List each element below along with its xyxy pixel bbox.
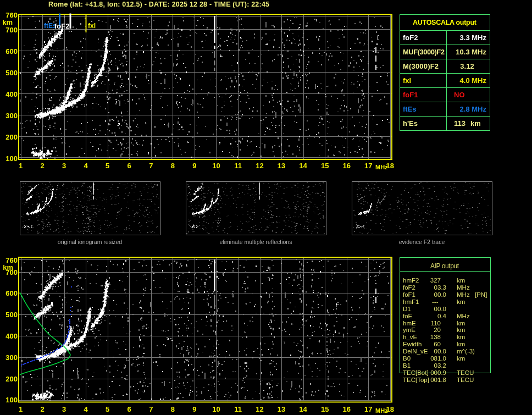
svg-text:km: km [2, 18, 13, 26]
svg-text:foF1: foF1 [403, 91, 418, 99]
svg-text:MUF(3000)F2: MUF(3000)F2 [403, 48, 445, 56]
svg-text:500: 500 [5, 69, 18, 77]
svg-text:foE: foE [403, 313, 413, 319]
svg-text:1: 1 [19, 405, 23, 413]
svg-text:100: 100 [5, 396, 18, 404]
svg-text:700: 700 [5, 26, 18, 34]
svg-text:m^(-3): m^(-3) [457, 348, 475, 355]
svg-text:200: 200 [5, 133, 18, 141]
svg-text:200: 200 [5, 375, 18, 383]
svg-text:TECU: TECU [457, 377, 474, 383]
svg-text:001.8: 001.8 [430, 377, 446, 383]
svg-text:9: 9 [192, 405, 196, 413]
svg-text:2.8 MHz: 2.8 MHz [460, 105, 487, 113]
svg-text:D1: D1 [403, 306, 411, 312]
svg-text:MHz: MHz [375, 407, 388, 414]
svg-text:9: 9 [192, 162, 196, 170]
svg-text:km: km [457, 327, 465, 333]
svg-text:MHz: MHz [457, 291, 470, 298]
svg-text:8: 8 [171, 405, 175, 413]
svg-text:113: 113 [454, 119, 465, 128]
svg-text:km: km [457, 334, 465, 340]
svg-text:4: 4 [84, 162, 88, 170]
svg-text:7: 7 [149, 162, 153, 170]
svg-text:138: 138 [430, 334, 441, 340]
svg-text:Ewidth: Ewidth [403, 341, 422, 347]
svg-text:14: 14 [299, 405, 307, 413]
svg-text:12: 12 [256, 405, 263, 413]
svg-text:km: km [457, 298, 465, 305]
svg-text:6: 6 [128, 405, 131, 413]
svg-text:2: 2 [40, 162, 44, 170]
svg-text:h_vE: h_vE [403, 334, 418, 340]
svg-text:---: --- [432, 298, 439, 305]
svg-text:foF1: foF1 [403, 291, 415, 298]
svg-text:km: km [457, 320, 465, 327]
svg-text:5: 5 [106, 405, 109, 413]
svg-text:0.4: 0.4 [437, 313, 447, 319]
svg-text:15: 15 [321, 405, 329, 413]
svg-text:Rome (lat: +41.8, lon: 012.5): Rome (lat: +41.8, lon: 012.5) - DATE: 20… [48, 1, 269, 8]
svg-text:4.0 MHz: 4.0 MHz [460, 76, 487, 85]
svg-text:10.3 MHz: 10.3 MHz [456, 48, 486, 56]
svg-text:400: 400 [5, 332, 18, 340]
svg-text:12: 12 [256, 162, 263, 170]
svg-text:700: 700 [5, 268, 18, 276]
svg-text:[PN]: [PN] [475, 291, 487, 298]
svg-text:3.3 MHz: 3.3 MHz [460, 34, 487, 42]
svg-text:60: 60 [434, 341, 441, 347]
svg-text:fxl: fxl [403, 76, 411, 85]
svg-text:hmF1: hmF1 [403, 298, 419, 305]
svg-text:3: 3 [62, 405, 66, 413]
svg-text:03.3: 03.3 [434, 284, 446, 291]
svg-text:1: 1 [19, 162, 23, 170]
svg-text:hmE: hmE [403, 320, 416, 327]
svg-text:15: 15 [321, 162, 329, 170]
svg-text:h'Es: h'Es [403, 119, 418, 128]
svg-text:MHz: MHz [375, 164, 388, 170]
svg-text:km: km [457, 341, 465, 347]
svg-text:eliminate multiple reflections: eliminate multiple reflections [220, 239, 292, 245]
svg-text:DelN_vE: DelN_vE [403, 348, 428, 355]
svg-text:original ionogram resized: original ionogram resized [58, 239, 122, 245]
svg-text:NO: NO [454, 91, 465, 99]
svg-text:20: 20 [434, 327, 441, 333]
svg-text:5: 5 [106, 162, 109, 170]
svg-text:16: 16 [343, 162, 351, 170]
svg-text:foF2: foF2 [403, 34, 418, 42]
svg-text:hmF2: hmF2 [403, 277, 419, 284]
svg-text:400: 400 [5, 90, 18, 98]
svg-text:300: 300 [5, 353, 18, 362]
svg-text:ymE: ymE [403, 327, 415, 333]
svg-text:00.0: 00.0 [434, 291, 446, 298]
svg-text:2: 2 [40, 405, 44, 413]
svg-text:TEC[Top]: TEC[Top] [403, 377, 429, 383]
svg-text:7: 7 [149, 405, 153, 413]
svg-text:500: 500 [5, 311, 18, 319]
svg-text:13: 13 [278, 162, 285, 170]
svg-text:11: 11 [234, 405, 242, 413]
svg-text:10: 10 [212, 405, 220, 413]
svg-text:km: km [457, 355, 465, 362]
svg-text:8: 8 [171, 162, 175, 170]
svg-text:00.0: 00.0 [434, 306, 446, 312]
svg-text:AUTOSCALA output: AUTOSCALA output [413, 19, 477, 26]
svg-text:3.12: 3.12 [460, 62, 474, 70]
svg-text:327: 327 [430, 277, 441, 284]
svg-text:11: 11 [234, 162, 242, 170]
svg-text:100: 100 [5, 154, 18, 163]
svg-text:17: 17 [364, 405, 372, 413]
svg-text:00.0: 00.0 [434, 348, 446, 355]
svg-text:300: 300 [5, 112, 18, 120]
svg-text:km: km [470, 119, 481, 128]
svg-text:13: 13 [278, 405, 285, 413]
svg-text:081.0: 081.0 [430, 355, 446, 362]
svg-text:B1: B1 [403, 362, 411, 369]
svg-text:17: 17 [364, 162, 372, 170]
svg-text:16: 16 [343, 405, 351, 413]
svg-text:10: 10 [212, 162, 220, 170]
svg-text:03.2: 03.2 [434, 362, 446, 369]
svg-text:M(3000)F2: M(3000)F2 [403, 62, 439, 70]
svg-text:6: 6 [128, 162, 131, 170]
svg-text:600: 600 [5, 289, 18, 297]
